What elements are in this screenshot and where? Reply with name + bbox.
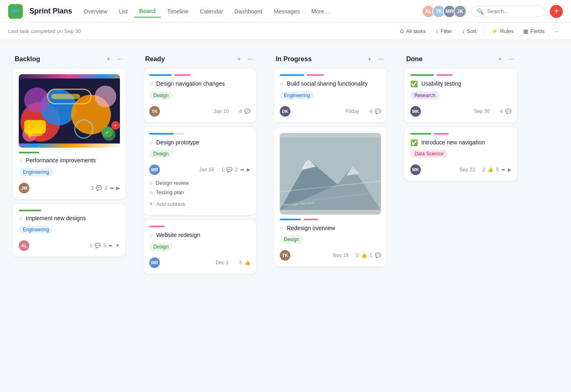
card-backlog-2[interactable]: ○ Implement new designs Engineering AL 1… <box>13 204 126 257</box>
done-more-button[interactable]: ··· <box>507 55 516 64</box>
card-task: ○ Performance improvements <box>19 157 120 165</box>
play-icon: ▶ <box>116 185 120 191</box>
card-ready-3[interactable]: ○ Website redesign Design MR Dec 3 3 👍 <box>144 220 256 274</box>
tab-timeline[interactable]: Timeline <box>162 6 193 17</box>
rules-button[interactable]: ⚡ Rules <box>487 26 518 36</box>
card-avatar: AL <box>19 240 29 251</box>
card-backlog-1[interactable]: ✓ + ○ Performance improvements Engine <box>13 69 126 199</box>
card-meta: Nov 15 5 👍 1 💬 <box>333 252 381 258</box>
tab-board[interactable]: Board <box>134 5 160 18</box>
card-tag: Design <box>280 235 303 244</box>
card-avatar: TK <box>280 250 290 261</box>
progress-bar-green <box>19 152 39 153</box>
tab-list[interactable]: List <box>114 6 133 17</box>
tab-messages[interactable]: Messages <box>269 6 305 17</box>
done-add-button[interactable]: + <box>496 55 503 64</box>
app-title: Sprint Plans <box>29 7 72 16</box>
tab-overview[interactable]: Overview <box>79 6 112 17</box>
inprogress-more-button[interactable]: ··· <box>376 55 385 64</box>
backlog-add-button[interactable]: + <box>105 55 112 64</box>
comment-icon: 💬 <box>375 109 381 114</box>
add-button[interactable]: + <box>550 5 563 18</box>
card-footer: MR Dec 3 3 👍 <box>149 257 250 268</box>
toolbar: Last task completed on Sep 30 ⊙ All task… <box>0 23 571 40</box>
card-bars <box>149 74 250 76</box>
all-tasks-button[interactable]: ⊙ All tasks <box>396 26 430 36</box>
attachment-icon: ⬌ <box>110 185 114 191</box>
column-title-ready: Ready <box>145 55 232 63</box>
play-icon: ▶ <box>247 167 250 173</box>
bar-pink <box>307 74 324 76</box>
inprogress-cards: ○ Build social sharing functionality Eng… <box>269 69 392 271</box>
card-ip-1[interactable]: ○ Build social sharing functionality Eng… <box>274 69 387 122</box>
card-bars <box>410 133 511 135</box>
more-options-button[interactable]: ··· <box>550 26 563 36</box>
card-task-title: Redesign overview <box>287 224 335 233</box>
ready-more-button[interactable]: ··· <box>246 55 255 64</box>
board: Backlog + ··· <box>0 40 571 386</box>
card-task-title: Design navigation changes <box>156 80 225 88</box>
card-done-2[interactable]: ✅ Introduce new navigation Data Science … <box>405 127 517 181</box>
search-box[interactable]: 🔍 <box>471 6 545 17</box>
attachment-icon: ⬌ <box>108 243 113 248</box>
card-tag: Engineering <box>19 226 53 234</box>
bar-blue <box>280 74 304 76</box>
card-task-title: Implement new designs <box>26 215 86 223</box>
card-meta: Friday 4 💬 <box>345 109 381 114</box>
ready-add-button[interactable]: + <box>235 55 242 64</box>
add-subtask-button[interactable]: + Add subtask <box>149 199 250 209</box>
comment-icon: 💬 <box>226 167 232 173</box>
circle-check-icon: ⊙ <box>400 28 404 34</box>
backlog-more-button[interactable]: ··· <box>115 55 124 64</box>
task-check-icon: ○ <box>149 139 153 146</box>
card-task: ○ Redesign overview <box>280 224 381 233</box>
like-icon: 👍 <box>244 260 250 266</box>
mountain-image: Redesign overview <box>280 133 381 215</box>
chevron-down-icon: ▼ <box>115 243 120 248</box>
card-ip-2[interactable]: Redesign overview ○ Redesign overview De… <box>274 127 387 267</box>
comment-icon: 💬 <box>96 185 102 191</box>
card-tag: Engineering <box>280 91 314 100</box>
progress-bar <box>19 210 41 211</box>
task-done-icon: ✅ <box>410 80 418 88</box>
svg-text:✓: ✓ <box>105 130 109 135</box>
card-footer: DK Friday 4 💬 <box>280 106 381 117</box>
card-avatar: JM <box>19 183 29 193</box>
card-meta: Dec 3 3 👍 <box>216 260 250 266</box>
fields-button[interactable]: ▦ Fields <box>519 26 549 36</box>
search-input[interactable] <box>487 8 540 14</box>
attachment-icon: ⬌ <box>501 167 505 173</box>
card-meta: Sep 30 4 💬 <box>474 109 511 114</box>
tab-more[interactable]: More... <box>306 6 334 17</box>
card-ready-1[interactable]: ○ Design navigation changes Design TK Ja… <box>144 69 256 122</box>
rules-icon: ⚡ <box>491 28 498 34</box>
card-meta: Sep 23 2 👍 5 ⬌ ▶ <box>460 167 511 173</box>
tab-calendar[interactable]: Calendar <box>195 6 228 17</box>
card-avatar: MK <box>410 164 421 175</box>
subtask-list: ○ Design review ○ Testing plan + Add sub… <box>149 178 250 209</box>
avatar-4[interactable]: JK <box>454 5 467 18</box>
card-done-1[interactable]: ✅ Usability testing Research MK Sep 30 4… <box>405 69 517 122</box>
card-task-title: Performance improvements <box>26 157 96 165</box>
ready-cards: ○ Design navigation changes Design TK Ja… <box>139 69 261 279</box>
filter-button[interactable]: ⫶ Filter <box>432 26 456 36</box>
bar-pink <box>174 74 190 76</box>
card-task-title: Design prototype <box>156 139 199 147</box>
card-progress-bars <box>19 152 120 153</box>
inprogress-add-button[interactable]: + <box>366 55 373 64</box>
sort-icon: ↕ <box>462 28 465 34</box>
card-meta: Jan 16 1 💬 2 ⬌ ▶ <box>199 167 250 173</box>
card-task-title: Usability testing <box>421 80 461 88</box>
column-header-ready: Ready + ··· <box>139 48 261 69</box>
card-tag: Engineering <box>19 168 53 176</box>
card-footer: TK Nov 15 5 👍 1 💬 <box>280 250 381 261</box>
filter-icon: ⫶ <box>436 28 438 34</box>
comment-icon: 💬 <box>505 109 511 114</box>
card-bars <box>410 74 511 76</box>
card-tag: Data Science <box>410 150 447 158</box>
sort-button[interactable]: ↕ Sort <box>458 26 480 36</box>
tab-dashboard[interactable]: Dashboard <box>230 6 268 17</box>
column-done: Done + ··· ✅ Usability testing Research <box>400 48 522 378</box>
card-ready-2[interactable]: ○ Design prototype Design MR Jan 16 1 💬 … <box>144 127 256 215</box>
subtask-testing-plan: ○ Testing plan <box>149 188 250 197</box>
